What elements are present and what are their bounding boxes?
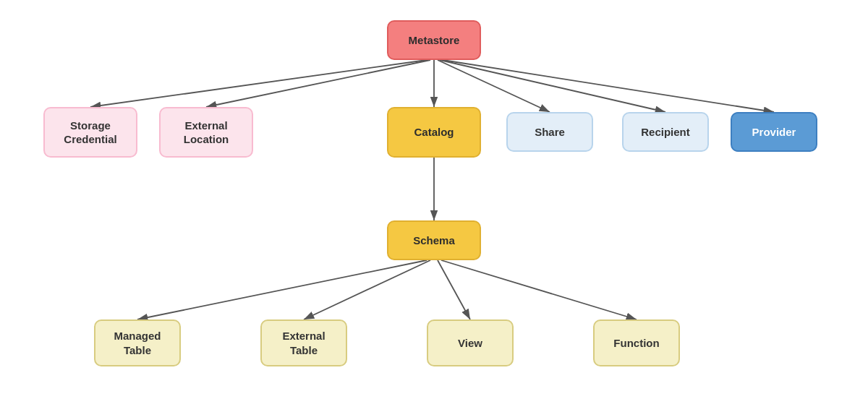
metastore-label: Metastore bbox=[409, 33, 460, 48]
line-metastore-recipient bbox=[440, 60, 665, 112]
node-provider: Provider bbox=[731, 112, 817, 152]
node-external-location: ExternalLocation bbox=[159, 107, 253, 158]
view-label: View bbox=[458, 336, 482, 351]
catalog-label: Catalog bbox=[414, 125, 454, 140]
managed-table-label: ManagedTable bbox=[114, 329, 161, 357]
line-schema-view bbox=[438, 260, 470, 319]
node-external-table: ExternalTable bbox=[260, 319, 347, 366]
line-metastore-share bbox=[438, 60, 550, 112]
node-view: View bbox=[427, 319, 514, 366]
node-function: Function bbox=[593, 319, 680, 366]
line-metastore-external-location bbox=[206, 60, 430, 107]
function-label: Function bbox=[613, 336, 659, 351]
provider-label: Provider bbox=[752, 125, 796, 140]
node-schema: Schema bbox=[387, 220, 481, 260]
storage-credential-label: StorageCredential bbox=[64, 119, 116, 147]
line-metastore-storage bbox=[90, 60, 427, 107]
node-catalog: Catalog bbox=[387, 107, 481, 158]
line-schema-managed-table bbox=[137, 260, 427, 319]
node-managed-table: ManagedTable bbox=[94, 319, 181, 366]
node-metastore: Metastore bbox=[387, 20, 481, 60]
diagram-container: Metastore StorageCredential ExternalLoca… bbox=[0, 0, 868, 399]
node-storage-credential: StorageCredential bbox=[43, 107, 137, 158]
node-recipient: Recipient bbox=[622, 112, 709, 152]
share-label: Share bbox=[535, 125, 565, 140]
node-share: Share bbox=[506, 112, 593, 152]
schema-label: Schema bbox=[413, 233, 455, 248]
recipient-label: Recipient bbox=[641, 125, 690, 140]
line-schema-external-table bbox=[304, 260, 430, 319]
external-location-label: ExternalLocation bbox=[184, 119, 229, 147]
external-table-label: ExternalTable bbox=[282, 329, 325, 357]
line-schema-function bbox=[441, 260, 637, 319]
line-metastore-provider bbox=[443, 60, 774, 112]
